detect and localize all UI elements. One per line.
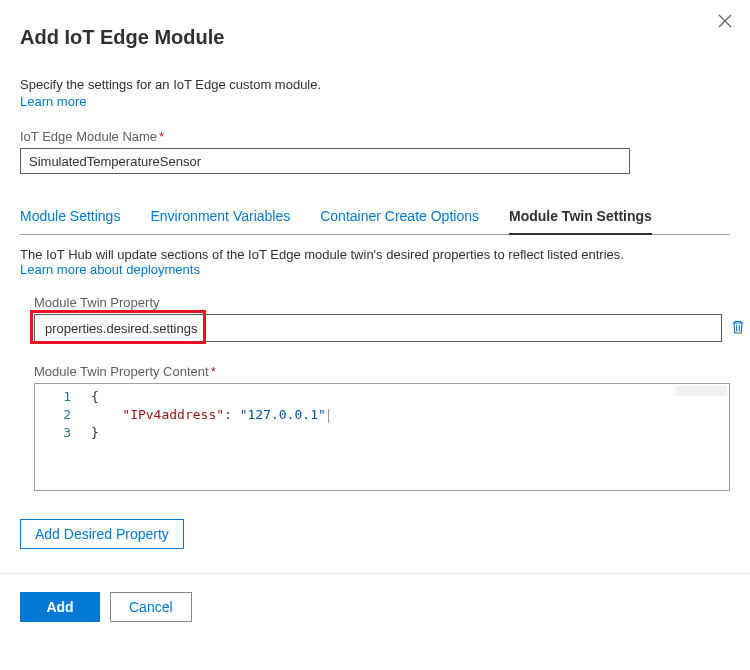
add-desired-property-button[interactable]: Add Desired Property	[20, 519, 184, 549]
required-indicator: *	[211, 364, 216, 379]
learn-more-link[interactable]: Learn more	[20, 94, 86, 109]
twin-description: The IoT Hub will update sections of the …	[20, 247, 730, 262]
cancel-button[interactable]: Cancel	[110, 592, 192, 622]
twin-property-input[interactable]	[34, 314, 722, 342]
close-icon	[718, 14, 732, 28]
delete-property-button[interactable]	[730, 319, 746, 338]
close-button[interactable]	[718, 14, 732, 31]
required-indicator: *	[159, 129, 164, 144]
tab-container-create-options[interactable]: Container Create Options	[320, 202, 479, 234]
editor-gutter: 1 2 3	[35, 384, 79, 490]
page-title: Add IoT Edge Module	[20, 26, 730, 49]
tab-bar: Module Settings Environment Variables Co…	[20, 202, 730, 235]
twin-property-label: Module Twin Property	[34, 295, 730, 310]
editor-content: { "IPv4address": "127.0.0.1" }	[91, 384, 729, 490]
intro-text: Specify the settings for an IoT Edge cus…	[20, 77, 730, 92]
tab-environment-variables[interactable]: Environment Variables	[150, 202, 290, 234]
add-button[interactable]: Add	[20, 592, 100, 622]
module-name-label: IoT Edge Module Name*	[20, 129, 730, 144]
footer: Add Cancel	[0, 574, 750, 640]
tab-module-settings[interactable]: Module Settings	[20, 202, 120, 234]
editor-minimap	[675, 386, 727, 396]
learn-more-deployments-link[interactable]: Learn more about deployments	[20, 262, 200, 277]
trash-icon	[730, 319, 746, 335]
twin-content-label: Module Twin Property Content*	[34, 364, 730, 379]
tab-module-twin-settings[interactable]: Module Twin Settings	[509, 202, 652, 234]
module-name-input[interactable]	[20, 148, 630, 174]
code-editor[interactable]: 1 2 3 { "IPv4address": "127.0.0.1" }	[34, 383, 730, 491]
